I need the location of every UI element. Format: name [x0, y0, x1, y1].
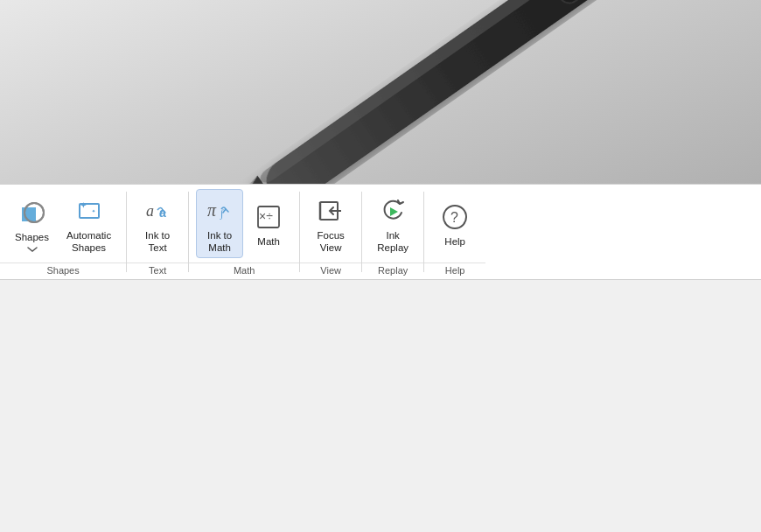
stylus-image — [175, 0, 761, 184]
shapes-button[interactable]: Shapes — [7, 191, 57, 247]
svg-text:∫: ∫ — [220, 207, 224, 220]
svg-text:a: a — [159, 206, 166, 220]
ink-replay-icon — [377, 195, 408, 227]
math-button[interactable]: ×÷ Math — [245, 195, 292, 253]
help-button[interactable]: ? Help — [431, 195, 478, 253]
view-group-label: View — [300, 262, 361, 279]
ink-replay-label: InkReplay — [377, 230, 408, 255]
ink-to-math-button[interactable]: π ∫ Ink toMath — [196, 189, 243, 259]
ribbon-group-help: ? Help Help — [424, 185, 485, 279]
svg-marker-5 — [226, 176, 265, 184]
svg-text:×÷: ×÷ — [259, 209, 273, 223]
shapes-label: Shapes — [15, 232, 49, 244]
auto-shapes-icon — [73, 195, 105, 227]
focus-icon — [315, 195, 346, 227]
svg-rect-0 — [257, 0, 656, 184]
ribbon-group-view: FocusView View — [300, 185, 361, 279]
shapes-dropdown-btn[interactable] — [19, 246, 45, 256]
top-area — [0, 0, 761, 184]
ink-to-text-icon: a a — [142, 195, 173, 227]
auto-shapes-label: AutomaticShapes — [66, 230, 111, 255]
ribbon-group-text: a a Ink toText Text — [127, 185, 188, 279]
math-icon: ×÷ — [253, 201, 284, 233]
shapes-group-label: Shapes — [0, 262, 126, 279]
ribbon-group-shapes: Shapes — [0, 185, 126, 279]
ink-to-math-icon: π ∫ — [204, 195, 235, 227]
svg-text:a: a — [146, 202, 154, 220]
text-group-label: Text — [127, 262, 188, 279]
svg-text:π: π — [207, 200, 217, 220]
ribbon: Shapes — [0, 184, 761, 280]
help-icon: ? — [439, 201, 471, 233]
ribbon-group-math: π ∫ Ink toMath — [189, 185, 299, 279]
ink-replay-button[interactable]: InkReplay — [369, 189, 416, 259]
ink-to-text-label: Ink toText — [145, 230, 170, 255]
help-group-label: Help — [424, 262, 485, 279]
ink-to-math-label: Ink toMath — [207, 230, 232, 255]
ribbon-group-replay: InkReplay Replay — [362, 185, 423, 279]
svg-marker-11 — [80, 202, 87, 208]
svg-text:?: ? — [450, 210, 458, 225]
math-label: Math — [257, 236, 280, 248]
svg-rect-10 — [80, 204, 99, 218]
svg-marker-22 — [390, 207, 398, 216]
auto-shapes-button[interactable]: AutomaticShapes — [59, 189, 119, 259]
svg-marker-12 — [92, 209, 95, 213]
focus-button[interactable]: FocusView — [307, 189, 354, 259]
math-group-label: Math — [189, 262, 299, 279]
focus-label: FocusView — [317, 230, 344, 255]
replay-group-label: Replay — [362, 262, 423, 279]
help-label: Help — [444, 236, 465, 248]
ink-to-text-button[interactable]: a a Ink toText — [134, 189, 181, 259]
shapes-section: Shapes — [7, 191, 57, 257]
shapes-icon — [17, 197, 48, 228]
